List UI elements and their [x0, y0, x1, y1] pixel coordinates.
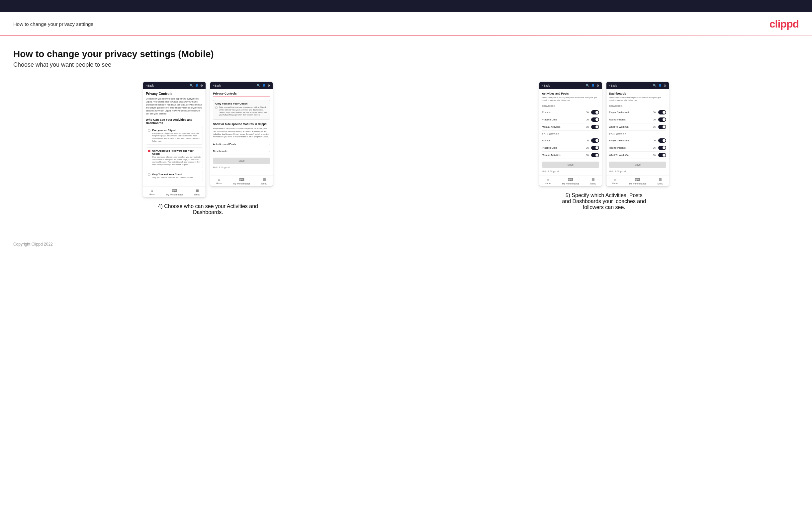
followers-round-insights-on-label: ON: [653, 147, 656, 149]
coaches-what-to-work-toggle-wrapper: ON: [653, 125, 666, 129]
page-subheading: Choose what you want people to see: [13, 61, 799, 68]
footer-home-1[interactable]: ⌂ Home: [149, 188, 155, 196]
coaches-label-3: COACHES: [542, 105, 599, 108]
search-icon-3[interactable]: 🔍: [586, 84, 590, 87]
back-button-3[interactable]: ‹ Back: [542, 84, 550, 87]
privacy-controls-body: Control how you and your data appears to…: [146, 97, 203, 115]
followers-label-3: FOLLOWERS: [542, 133, 599, 136]
mobile-header-2: ‹ Back 🔍 👤 ⚙: [210, 82, 273, 89]
screenshot-pair-2: ‹ Back 🔍 👤 ⚙ Activities and Posts Select…: [539, 81, 669, 186]
menu-icon-3: ☰: [592, 177, 595, 182]
popup-box: Only You and Your Coach Only you and the…: [213, 100, 270, 120]
privacy-controls-title: Privacy Controls: [146, 92, 203, 96]
mobile-screen-4: ‹ Back 🔍 👤 ⚙ Dashboards Select the dashb…: [606, 81, 669, 186]
followers-drills-row: Practice Drills ON: [542, 144, 599, 152]
page-heading: How to change your privacy settings (Mob…: [13, 49, 799, 59]
back-button-1[interactable]: ‹ Back: [146, 84, 154, 87]
radio-option-everyone[interactable]: Everyone on Clippd Everyone on Clippd ca…: [146, 127, 203, 145]
settings-icon-1[interactable]: ⚙: [200, 84, 203, 87]
menu-label-3: Menu: [590, 182, 596, 185]
popup-radio: Only you and the coaches you connect wit…: [215, 106, 268, 116]
footer: Copyright Clippd 2022: [0, 235, 812, 253]
coaches-player-toggle-wrapper: ON: [653, 110, 666, 114]
followers-round-insights-label: Round Insights: [609, 146, 626, 149]
coaches-round-insights-toggle[interactable]: [658, 117, 666, 122]
caption-4: 4) Choose who can see your Activities an…: [145, 204, 271, 215]
mobile-screen-1: ‹ Back 🔍 👤 ⚙ Privacy Controls Control ho…: [143, 81, 206, 198]
coaches-round-insights-toggle-wrapper: ON: [653, 117, 666, 122]
search-icon-1[interactable]: 🔍: [190, 84, 193, 87]
popup-desc: Only you and the coaches you connect wit…: [219, 106, 268, 116]
people-icon-1[interactable]: 👤: [195, 84, 199, 87]
followers-drills-toggle[interactable]: [591, 146, 599, 150]
followers-player-toggle[interactable]: [658, 138, 666, 143]
footer-menu-3[interactable]: ☰ Menu: [590, 177, 596, 185]
footer-menu-4[interactable]: ☰ Menu: [657, 177, 663, 185]
coaches-round-insights-on-label: ON: [653, 118, 656, 121]
mobile-content-2: Privacy Controls Only You and Your Coach…: [210, 89, 273, 175]
followers-what-to-work-toggle[interactable]: [658, 153, 666, 157]
mobile-footer-4: ⌂ Home ⌨ My Performance ☰ Menu: [606, 175, 669, 186]
back-button-4[interactable]: ‹ Back: [609, 84, 617, 87]
copyright: Copyright Clippd 2022: [13, 242, 53, 246]
coaches-rounds-toggle[interactable]: [591, 110, 599, 114]
coaches-what-to-work-toggle[interactable]: [658, 125, 666, 129]
performance-label-2: My Performance: [233, 182, 250, 185]
back-label-2: Back: [214, 84, 221, 87]
coaches-drills-toggle[interactable]: [591, 117, 599, 122]
coaches-player-toggle[interactable]: [658, 110, 666, 114]
settings-icon-4[interactable]: ⚙: [664, 84, 666, 87]
footer-performance-4[interactable]: ⌨ My Performance: [629, 177, 646, 185]
who-can-see-title: Who Can See Your Activities and Dashboar…: [146, 118, 203, 125]
activities-posts-title: Activities and Posts: [542, 92, 599, 95]
caption-5-text: 5) Specify which Activities, Postsand Da…: [562, 192, 646, 210]
footer-home-2[interactable]: ⌂ Home: [216, 177, 222, 185]
activities-posts-row[interactable]: Activities and Posts ›: [213, 141, 270, 148]
followers-manual-toggle-wrapper: ON: [586, 153, 599, 157]
back-label-3: Back: [544, 84, 550, 87]
activities-chevron: ›: [269, 143, 270, 146]
people-icon-3[interactable]: 👤: [591, 84, 595, 87]
home-icon-1: ⌂: [151, 188, 153, 192]
followers-rounds-on-label: ON: [586, 139, 589, 142]
followers-manual-toggle[interactable]: [591, 153, 599, 157]
save-button-3[interactable]: Save: [542, 162, 599, 168]
menu-icon-2: ☰: [263, 177, 266, 182]
mobile-footer-3: ⌂ Home ⌨ My Performance ☰ Menu: [539, 175, 602, 186]
people-icon-4[interactable]: 👤: [658, 84, 662, 87]
back-button-2[interactable]: ‹ Back: [213, 84, 221, 87]
menu-icon-4: ☰: [659, 177, 662, 182]
followers-rounds-label: Rounds: [542, 139, 551, 142]
home-label-2: Home: [216, 182, 222, 184]
privacy-controls-tab[interactable]: Privacy Controls: [213, 92, 237, 95]
coaches-manual-toggle[interactable]: [591, 125, 599, 129]
followers-round-insights-toggle[interactable]: [658, 146, 666, 150]
radio-option-followers[interactable]: Only Approved Followers and Your Coach O…: [146, 147, 203, 168]
people-icon-2[interactable]: 👤: [262, 84, 266, 87]
footer-performance-3[interactable]: ⌨ My Performance: [562, 177, 579, 185]
dashboards-row[interactable]: Dashboards ›: [213, 148, 270, 155]
footer-menu-1[interactable]: ☰ Menu: [194, 188, 200, 196]
settings-icon-2[interactable]: ⚙: [267, 84, 270, 87]
coaches-what-to-work-on-label: ON: [653, 126, 656, 128]
followers-rounds-toggle[interactable]: [591, 138, 599, 143]
back-label-1: Back: [147, 84, 154, 87]
screenshot-group-2: ‹ Back 🔍 👤 ⚙ Activities and Posts Select…: [409, 81, 799, 210]
radio-option-coach[interactable]: Only You and Your Coach Only you and the…: [146, 171, 203, 181]
screenshot-group-1: ‹ Back 🔍 👤 ⚙ Privacy Controls Control ho…: [13, 81, 403, 215]
footer-home-4[interactable]: ⌂ Home: [612, 177, 618, 185]
mobile-screen-3: ‹ Back 🔍 👤 ⚙ Activities and Posts Select…: [539, 81, 602, 186]
save-button-2[interactable]: Save: [213, 158, 270, 164]
screenshot-pair-1: ‹ Back 🔍 👤 ⚙ Privacy Controls Control ho…: [143, 81, 273, 198]
search-icon-2[interactable]: 🔍: [257, 84, 260, 87]
dashboards-section-title: Dashboards: [609, 92, 666, 95]
dashboards-chevron: ›: [269, 150, 270, 153]
footer-menu-2[interactable]: ☰ Menu: [261, 177, 267, 185]
coaches-round-insights-row: Round Insights ON: [609, 116, 666, 123]
search-icon-4[interactable]: 🔍: [653, 84, 657, 87]
footer-performance-2[interactable]: ⌨ My Performance: [233, 177, 250, 185]
save-button-4[interactable]: Save: [609, 162, 666, 168]
settings-icon-3[interactable]: ⚙: [597, 84, 599, 87]
footer-performance-1[interactable]: ⌨ My Performance: [166, 188, 183, 196]
footer-home-3[interactable]: ⌂ Home: [545, 177, 551, 185]
